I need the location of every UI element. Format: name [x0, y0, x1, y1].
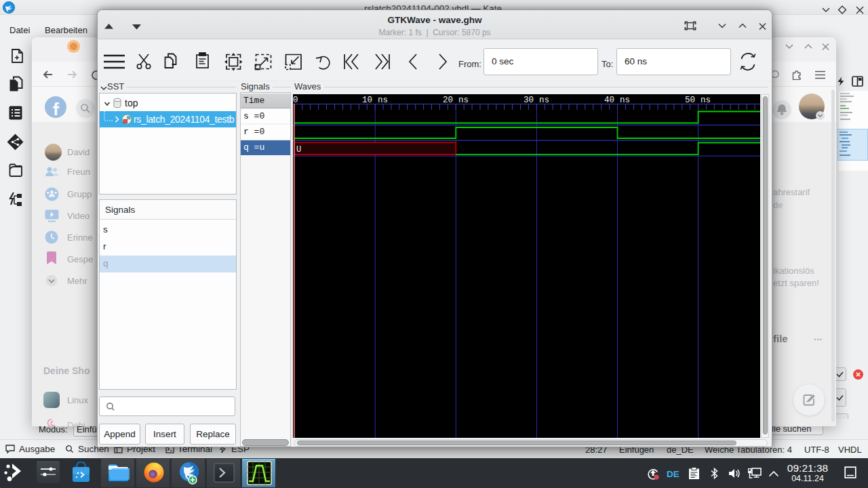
svg-text:ns: ns [458, 96, 469, 105]
svg-text:20: 20 [443, 96, 453, 105]
svg-text:0: 0 [293, 96, 298, 105]
svg-text:ns: ns [378, 96, 388, 105]
svg-text:50: 50 [685, 96, 695, 105]
svg-text:10: 10 [362, 96, 372, 105]
svg-text:30: 30 [524, 96, 534, 105]
svg-text:ns: ns [701, 96, 711, 105]
svg-text:40: 40 [604, 96, 614, 105]
svg-text:ns: ns [539, 96, 549, 105]
svg-text:U: U [296, 145, 301, 155]
svg-text:ns: ns [620, 96, 630, 105]
